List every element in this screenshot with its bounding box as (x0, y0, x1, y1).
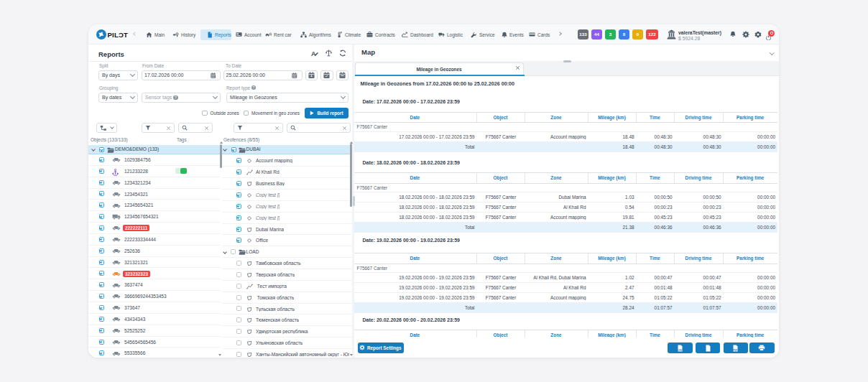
svg-text:PDF: PDF (734, 348, 738, 351)
svg-text:A: A (311, 50, 316, 57)
svg-text:CSV: CSV (678, 348, 682, 351)
